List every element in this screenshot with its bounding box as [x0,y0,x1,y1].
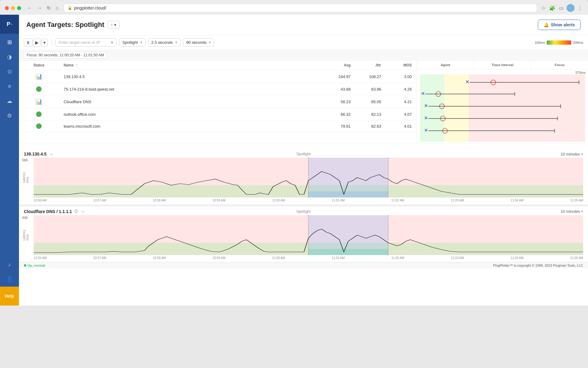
toolbar-pause-group: ⏸ ▶ ▾ [24,39,48,47]
extensions-button[interactable]: 🧩 [549,5,556,12]
chart1-y-label: Latency(ms) [22,172,29,183]
page-title-text: Agent Targets: Spotlight [26,21,104,29]
sidebar-item-cloud[interactable]: ☁ [0,94,19,108]
bookmark-button[interactable]: ☆ [541,5,546,12]
close-window-btn[interactable] [5,6,9,10]
spotlight-bars-container: ✕ ✕ ✕ [417,74,588,143]
avg-cell-3: 66.32 [325,109,355,120]
table-row[interactable]: 75-174-216-8.boid.qwest.net 43.68 63.96 … [19,83,417,95]
chevron-down-icon: ▾ [43,40,46,45]
show-alerts-label: Show alerts [551,22,575,27]
chart1-link-icon[interactable]: → [49,152,53,156]
chart2-duration-label: 10 minutes [560,209,580,214]
status-cell-3 [19,108,59,120]
chart1-wrapper: 590 Latency(ms) 30 [34,158,583,197]
chart1-duration-select[interactable]: 10 minutes ▾ [560,152,583,156]
legend-200ms: 200ms [573,41,583,44]
time-label: 10:57 AM [93,199,106,202]
lock-icon: 🔒 [68,6,72,10]
time-label: 11:01 AM [332,256,344,260]
name-cell-2: Cloudflare DNS [59,96,325,107]
chart2-link-icon[interactable]: → [80,209,85,214]
table-row[interactable]: outlook.office.com 66.32 82.13 4.07 [19,108,417,120]
col-name[interactable]: Name ↑ [59,61,325,70]
trace-interval-value: 2.5 seconds [151,40,173,45]
home-button[interactable]: ⌂ [54,5,60,11]
x-mark-2: ✕ [424,103,428,108]
trace-interval-select[interactable]: 2.5 seconds ▾ [148,38,180,47]
page-title: Agent Targets: Spotlight ↑ ▾ [26,21,120,29]
sidebar-item-settings[interactable]: ⚙ [0,108,19,123]
sidebar-item-targets[interactable]: ⊙ [0,64,19,79]
logo-text: P [7,21,10,28]
focus-select[interactable]: 90 seconds ▾ [183,38,214,47]
pause-icon: ⏸ [26,40,30,45]
maximize-window-btn[interactable] [17,6,21,10]
up-dot-icon [24,264,26,267]
chart-status-icon-0: 📊 [35,73,42,80]
chart2-container: Cloudflare DNS / 1.1.1.1 ⓘ → Spotlight 1… [19,205,588,262]
table-row[interactable]: teams.microsoft.com 79.91 82.63 4.01 [19,120,417,132]
jttr-cell-1: 63.96 [355,84,386,95]
x-mark-3: ✕ [424,115,428,121]
url-text: pingplotter.cloud/ [74,6,533,10]
toolbar: ⏸ ▶ ▾ Enter target name or IP ▾ Spotligh… [19,35,588,50]
table-row[interactable]: 📊 139.130.4.5 244.97 108.27 3.00 [19,70,417,83]
time-label: 10:57 AM [93,256,106,260]
reload-button[interactable]: ↻ [46,5,52,12]
cloud-icon: ☁ [7,98,12,104]
sidebar-item-dashboard[interactable]: ⊞ [0,35,19,50]
chart2-title-text: Cloudflare DNS / 1.1.1.1 [24,209,72,214]
spotlight-select[interactable]: Spotlight ▾ [119,38,146,47]
pause-button[interactable]: ⏸ [24,39,32,47]
focus-dropdown-icon: ▾ [209,40,211,44]
time-label: 11:00 AM [272,199,285,202]
col-mos: MOS [386,61,417,70]
play-dropdown-button[interactable]: ▾ [41,39,48,47]
back-button[interactable]: ← [26,5,33,11]
time-label: 11:03 AM [451,199,464,202]
gear-icon: ⚙ [7,112,12,119]
chart2-svg [34,215,583,255]
profile-avatar[interactable] [567,4,575,12]
drag-handle-1[interactable]: ⋯ [19,143,588,149]
sidebar-help-button[interactable]: Help [0,287,19,306]
minimize-window-btn[interactable] [11,6,15,10]
trace-interval-dropdown-icon: ▾ [175,40,177,44]
sidebar-item-list[interactable]: ≡ [0,79,19,94]
zone-yellow [445,74,469,142]
x-mark-1: ✕ [421,91,425,96]
name-cell-4: teams.microsoft.com [59,121,325,132]
sidebar-item-alerts[interactable]: ♪ [0,257,19,272]
time-label: 11:04 AM [511,256,523,260]
show-alerts-button[interactable]: 🔔 Show alerts [538,20,581,30]
col-status: Status [19,61,59,70]
table-and-spotlight: Status Name ↑ Avg Jttr MOS 📊 139.130.4 [19,61,588,143]
sidebar-toggle-button[interactable]: ▭ [558,5,564,12]
sidebar-item-analytics[interactable]: ◑ [0,50,19,64]
browser-actions: ☆ 🧩 ▭ ⋮ [541,4,583,12]
svg-rect-8 [308,215,388,249]
toolbar-divider-1 [51,39,52,46]
chart2-duration-select[interactable]: 10 minutes ▾ [560,209,583,214]
legend-100ms: 100ms [535,41,545,44]
target-input[interactable]: Enter target name or IP ▾ [55,38,117,47]
svg-rect-2 [308,158,388,191]
forward-button[interactable]: → [36,5,43,11]
sidebar-logo[interactable]: P › [0,15,19,34]
menu-button[interactable]: ⋮ [577,5,583,12]
status-green-icon-1 [36,86,42,92]
address-bar[interactable]: 🔒 pingplotter.cloud/ [64,4,537,12]
sidebar-item-profile[interactable]: 👤 [0,272,19,287]
legend-gradient [547,40,571,45]
chart2-header: Cloudflare DNS / 1.1.1.1 ⓘ → Spotlight 1… [19,206,588,215]
share-button[interactable]: ↑ ▾ [107,21,120,29]
spotlight-focus-header: Focus [531,61,588,69]
name-cell-1: 75-174-216-8.boid.qwest.net [59,84,325,95]
chart2-time-axis: 10:56 AM 10:57 AM 10:58 AM 10:59 AM 11:0… [29,255,588,262]
play-button[interactable]: ▶ [33,39,41,47]
user-icon: 👤 [6,276,13,283]
chart1-duration-label: 10 minutes [560,152,580,156]
table-row[interactable]: 📊 Cloudflare DNS 58.23 65.05 4.21 [19,95,417,108]
status-bar: Up, normal PingPlotter™ is copyright © 1… [19,262,588,268]
